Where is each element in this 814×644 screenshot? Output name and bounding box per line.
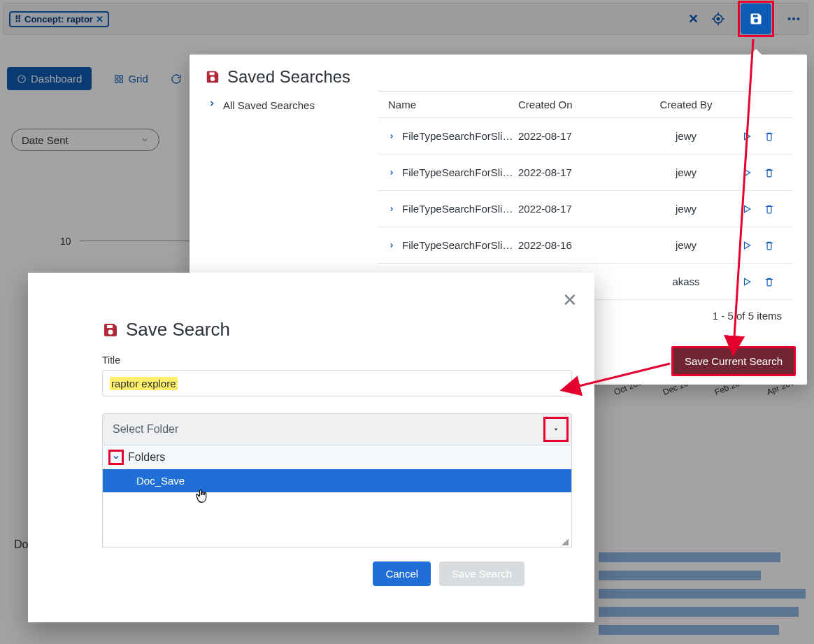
svg-rect-13 bbox=[115, 80, 118, 83]
concept-chip[interactable]: ⠿ Concept: raptor ✕ bbox=[9, 11, 109, 27]
col-created-on: Created On bbox=[518, 99, 644, 110]
more-icon[interactable] bbox=[785, 10, 802, 27]
cell-created: 2022-08-17 bbox=[518, 203, 644, 215]
svg-marker-17 bbox=[745, 206, 750, 212]
cell-name: FileTypeSearchForSli… bbox=[402, 166, 513, 178]
title-label: Title bbox=[102, 355, 571, 366]
title-value: raptor explore bbox=[110, 377, 178, 390]
run-icon[interactable] bbox=[742, 131, 752, 141]
folder-tree: Folders Doc_Save bbox=[102, 445, 572, 548]
chevron-right-icon bbox=[388, 133, 395, 140]
chevron-right-icon bbox=[388, 169, 395, 176]
section-label: Do bbox=[14, 538, 28, 551]
y-axis-tick: 10 bbox=[60, 236, 71, 247]
folder-root[interactable]: Folders bbox=[103, 445, 571, 469]
col-created-by: Created By bbox=[644, 99, 728, 110]
clear-search-icon[interactable]: ✕ bbox=[688, 11, 699, 27]
title-input[interactable]: raptor explore bbox=[102, 370, 572, 396]
date-field-select[interactable]: Date Sent bbox=[11, 129, 159, 151]
svg-marker-15 bbox=[745, 133, 750, 139]
dashboard-icon bbox=[17, 74, 27, 84]
folder-item[interactable]: Doc_Save bbox=[103, 469, 571, 492]
delete-icon[interactable] bbox=[764, 241, 774, 250]
folder-notes-area[interactable] bbox=[103, 492, 571, 547]
refresh-icon[interactable] bbox=[171, 73, 182, 85]
delete-icon[interactable] bbox=[764, 204, 774, 214]
grid-icon bbox=[114, 74, 124, 84]
svg-point-1 bbox=[717, 17, 719, 20]
dropdown-caret[interactable] bbox=[543, 417, 569, 442]
cell-by: akass bbox=[644, 276, 728, 287]
summary-bars bbox=[599, 552, 806, 643]
delete-icon[interactable] bbox=[764, 131, 774, 141]
cell-by: jewy bbox=[644, 203, 728, 215]
cell-name: FileTypeSearchForSli… bbox=[402, 239, 513, 251]
chevron-right-icon bbox=[388, 242, 395, 249]
chevron-right-icon bbox=[208, 99, 216, 108]
delete-icon[interactable] bbox=[764, 277, 774, 287]
col-name: Name bbox=[378, 99, 518, 110]
cell-name: FileTypeSearchForSli… bbox=[402, 203, 513, 215]
close-icon[interactable]: ✕ bbox=[562, 289, 578, 311]
expand-icon[interactable] bbox=[108, 450, 124, 465]
svg-rect-12 bbox=[120, 75, 123, 78]
chip-value: raptor bbox=[66, 14, 93, 24]
svg-point-7 bbox=[792, 17, 795, 20]
select-folder-placeholder: Select Folder bbox=[113, 423, 178, 436]
save-current-search-button[interactable]: Save Current Search bbox=[671, 346, 796, 376]
svg-point-6 bbox=[788, 17, 791, 20]
view-tabs: Dashboard Grid bbox=[7, 67, 182, 90]
tab-label: Grid bbox=[128, 73, 148, 85]
folder-root-label: Folders bbox=[128, 451, 165, 464]
save-icon bbox=[205, 69, 220, 85]
tab-dashboard[interactable]: Dashboard bbox=[7, 67, 92, 90]
chevron-down-icon bbox=[141, 136, 149, 144]
tab-label: Dashboard bbox=[31, 73, 82, 85]
chip-prefix: Concept: bbox=[24, 14, 64, 24]
chevron-right-icon bbox=[388, 206, 395, 213]
table-row[interactable]: FileTypeSearchForSli… 2022-08-17 jewy bbox=[378, 118, 793, 155]
save-search-button[interactable] bbox=[738, 1, 774, 37]
modal-title: Save Search bbox=[126, 319, 230, 341]
table-row[interactable]: FileTypeSearchForSli… 2022-08-16 jewy bbox=[378, 227, 793, 264]
svg-marker-16 bbox=[745, 169, 750, 176]
save-button[interactable]: Save Search bbox=[439, 561, 524, 586]
save-icon bbox=[102, 322, 119, 338]
save-search-modal: ✕ Save Search Title raptor explore Selec… bbox=[28, 273, 594, 622]
cancel-button[interactable]: Cancel bbox=[373, 561, 431, 586]
save-icon bbox=[749, 12, 763, 26]
date-field-label: Date Sent bbox=[22, 134, 69, 146]
cell-by: jewy bbox=[644, 239, 728, 251]
popover-title: Saved Searches bbox=[227, 67, 350, 87]
svg-rect-14 bbox=[120, 80, 123, 83]
svg-rect-11 bbox=[115, 75, 118, 78]
cell-created: 2022-08-16 bbox=[518, 239, 644, 251]
caret-down-icon bbox=[552, 426, 559, 433]
cell-by: jewy bbox=[644, 166, 728, 178]
chart-gridline bbox=[80, 241, 192, 241]
run-icon[interactable] bbox=[742, 241, 752, 250]
table-row[interactable]: FileTypeSearchForSli… 2022-08-17 jewy bbox=[378, 191, 793, 227]
run-icon[interactable] bbox=[742, 277, 752, 287]
target-icon[interactable] bbox=[710, 10, 727, 27]
grip-icon: ⠿ bbox=[15, 14, 22, 24]
cursor-icon bbox=[194, 488, 208, 505]
cell-created: 2022-08-17 bbox=[518, 130, 644, 142]
cell-created: 2022-08-17 bbox=[518, 166, 644, 178]
search-bar: ⠿ Concept: raptor ✕ ✕ bbox=[3, 3, 808, 35]
svg-point-8 bbox=[797, 17, 799, 20]
svg-marker-19 bbox=[745, 278, 750, 285]
delete-icon[interactable] bbox=[764, 168, 774, 178]
svg-marker-18 bbox=[745, 242, 750, 248]
run-icon[interactable] bbox=[742, 204, 752, 214]
cell-by: jewy bbox=[644, 130, 728, 142]
table-row[interactable]: FileTypeSearchForSli… 2022-08-17 jewy bbox=[378, 155, 793, 191]
svg-line-10 bbox=[22, 77, 23, 78]
run-icon[interactable] bbox=[742, 168, 752, 178]
select-folder-dropdown[interactable]: Select Folder bbox=[102, 413, 572, 445]
nav-label: All Saved Searches bbox=[223, 99, 315, 111]
tab-grid[interactable]: Grid bbox=[104, 67, 157, 90]
chip-remove-icon[interactable]: ✕ bbox=[96, 14, 103, 24]
svg-marker-20 bbox=[555, 429, 558, 431]
cell-name: FileTypeSearchForSli… bbox=[402, 130, 513, 142]
